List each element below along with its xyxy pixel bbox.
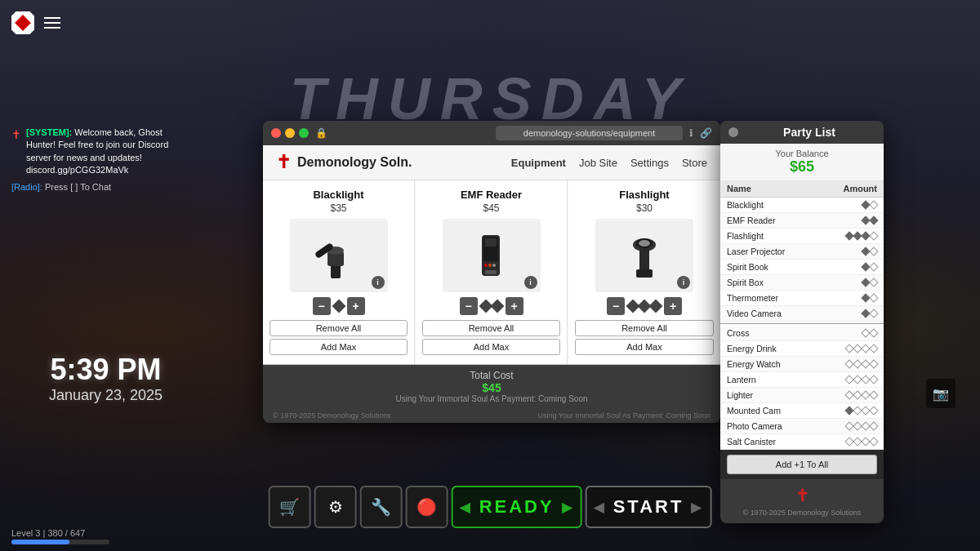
toolbar-settings-button[interactable]: ⚙ (314, 486, 357, 528)
flashlight-svg (612, 227, 677, 284)
emf-qty-diamonds (481, 301, 502, 311)
traffic-lights (271, 128, 309, 138)
party-amount-spiritbook (862, 264, 877, 270)
party-footer: ✝ © 1970-2025 Demonology Solutions (720, 479, 884, 523)
dot-2 (869, 200, 878, 209)
browser-chrome: 🔒 demonology-solutions/equipment ℹ 🔗 (263, 121, 720, 145)
diamond-1 (332, 300, 345, 313)
address-bar[interactable]: demonology-solutions/equipment (496, 126, 683, 140)
toolbar-fire-button[interactable]: 🔴 (406, 486, 448, 528)
flashlight-add-max[interactable]: Add Max (575, 339, 714, 355)
party-row-cross: Cross (720, 326, 884, 341)
tab-icon: 🔒 (315, 127, 327, 139)
party-item-flashlight: Flashlight (727, 231, 846, 241)
emf-remove-all[interactable]: Remove All (422, 320, 560, 336)
bookmark-icon[interactable]: 🔗 (700, 127, 712, 139)
flashlight-info[interactable]: i (677, 276, 690, 289)
party-row-emf: EMF Reader (720, 213, 884, 229)
party-item-lighter: Lighter (727, 390, 846, 400)
party-footer-cross-icon: ✝ (795, 486, 809, 505)
emf-qty-minus[interactable]: − (460, 297, 478, 315)
nav-store[interactable]: Store (682, 157, 707, 169)
info-icon[interactable]: ℹ (689, 127, 693, 139)
blacklight-add-max[interactable]: Add Max (270, 339, 408, 355)
level-bar: Level 3 | 380 / 647 (11, 528, 109, 544)
party-row-energy-watch: Energy Watch (720, 357, 884, 372)
dot-2 (869, 262, 878, 271)
screenshot-button[interactable]: 📷 (926, 379, 956, 408)
emf-qty-plus[interactable]: + (506, 297, 523, 315)
dot-2 (869, 293, 878, 302)
emf-add-max[interactable]: Add Max (422, 339, 560, 355)
nav-settings[interactable]: Settings (630, 157, 669, 169)
party-panel: Party List Your Balance $65 Name Amount … (720, 121, 884, 523)
maximize-button[interactable] (299, 128, 309, 138)
party-row-lantern: Lantern (720, 372, 884, 388)
close-button[interactable] (271, 128, 281, 138)
svg-point-9 (492, 264, 496, 267)
d4 (869, 359, 878, 368)
party-row-spiritbox: Spirit Box (720, 275, 884, 291)
party-item-photo-camera: Photo Camera (727, 421, 846, 431)
dot-2 (869, 247, 878, 256)
flashlight-qty-minus[interactable]: − (607, 297, 625, 315)
party-table: Name Amount Blacklight EMF Reader Flashl… (720, 180, 884, 450)
blacklight-remove-all[interactable]: Remove All (270, 320, 408, 336)
toolbar-tools-button[interactable]: 🔧 (360, 486, 403, 528)
svg-rect-6 (485, 238, 497, 247)
party-amount-energy-watch (846, 361, 877, 367)
party-item-cross: Cross (727, 328, 862, 338)
total-cost-value: $45 (268, 381, 715, 394)
total-cost-bar: Total Cost $45 Using Your Immortal Soul … (263, 365, 720, 408)
dot-2 (869, 309, 878, 318)
party-row-energy-drink: Energy Drink (720, 341, 884, 357)
equipment-grid: Blacklight $35 i − + Remove All Add Max (263, 180, 720, 365)
browser-footer: © 1970-2025 Demonology Solutions Using Y… (263, 408, 720, 423)
minimize-button[interactable] (285, 128, 295, 138)
blacklight-info[interactable]: i (372, 276, 385, 289)
party-amount-laser (862, 248, 877, 255)
party-balance-area: Your Balance $65 (720, 144, 884, 180)
hamburger-line-1 (44, 17, 60, 19)
party-amount-lantern (846, 376, 877, 383)
party-header-chrome: Party List (720, 121, 884, 144)
toolbar-cart-button[interactable]: 🛒 (269, 486, 311, 528)
flashlight-qty-plus[interactable]: + (664, 297, 682, 315)
flashlight-image: i (595, 219, 693, 292)
nav-jobsite[interactable]: Job Site (579, 157, 617, 169)
clock-date: January 23, 2025 (49, 387, 163, 404)
party-item-spiritbox: Spirit Box (727, 278, 862, 287)
emf-svg (459, 227, 524, 284)
equipment-card-flashlight: Flashlight $30 i − + (568, 180, 720, 364)
diamond-3 (649, 300, 663, 313)
col-amount: Amount (843, 184, 877, 193)
party-row-flashlight: Flashlight (720, 229, 884, 244)
radio-message: [Radio]: Press [ ] To Chat (11, 182, 191, 192)
party-amount-spiritbox (862, 279, 877, 286)
blacklight-qty-minus[interactable]: − (313, 297, 331, 315)
party-row-lighter: Lighter (720, 388, 884, 403)
party-item-salt: Salt Canister (727, 437, 846, 447)
col-name: Name (727, 184, 751, 193)
emf-image: i (443, 219, 541, 292)
roblox-menu (11, 11, 60, 34)
roblox-logo (11, 11, 34, 34)
hamburger-menu[interactable] (44, 17, 60, 29)
ready-button[interactable]: READY (452, 486, 582, 528)
balance-label: Your Balance (725, 149, 879, 158)
brand-logo: ✝ Demonology Soln. (276, 152, 412, 173)
party-item-blacklight: Blacklight (727, 200, 862, 210)
svg-point-7 (484, 264, 488, 267)
footer-copyright: © 1970-2025 Demonology Solutions (273, 411, 391, 420)
party-item-lantern: Lantern (727, 375, 846, 384)
flashlight-name: Flashlight (619, 189, 669, 201)
nav-equipment[interactable]: Equipment (511, 157, 566, 169)
start-button[interactable]: START (586, 486, 712, 528)
party-row-mounted-cam: Mounted Cam (720, 403, 884, 419)
flashlight-remove-all[interactable]: Remove All (575, 320, 714, 336)
party-amount-blacklight (862, 202, 877, 208)
emf-info[interactable]: i (524, 276, 537, 289)
blacklight-qty-plus[interactable]: + (347, 297, 365, 315)
add-all-button[interactable]: Add +1 To All (727, 455, 877, 474)
party-amount-flashlight (846, 233, 877, 239)
